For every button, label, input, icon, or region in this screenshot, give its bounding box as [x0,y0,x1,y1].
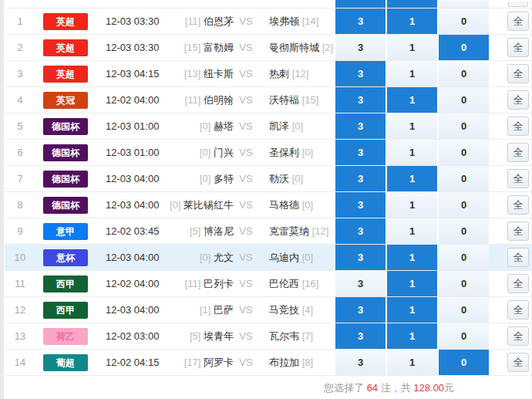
home-team: [11] 巴列卡 [169,277,234,291]
select-all-button[interactable]: 全 [507,300,529,320]
match-time: 12-03 04:00 [106,304,169,316]
pick-draw-button[interactable]: 1 [387,297,437,323]
pick-lose-button[interactable]: 0 [439,245,489,270]
pick-lose-button[interactable]: 0 [439,323,489,349]
pick-lose-button[interactable]: 0 [439,350,489,375]
away-team: 圣保利 [0] [258,146,335,160]
select-all-button[interactable]: 全 [507,274,529,293]
match-index: 1 [5,15,35,27]
pick-win-button[interactable]: 3 [335,140,386,165]
pick-lose-button[interactable]: 0 [439,35,489,60]
bet-count: 64 [367,382,378,394]
pick-win-button[interactable]: 3 [335,87,386,113]
select-all-button[interactable]: 全 [507,90,529,110]
pick-lose-button[interactable]: 0 [439,297,489,323]
pick-draw-button[interactable]: 1 [387,271,437,296]
pick-draw-button[interactable]: 1 [387,87,437,113]
pick-win-button[interactable]: 3 [335,245,386,270]
pick-draw-button[interactable]: 1 [387,166,437,191]
pick-lose-button[interactable]: 0 [439,87,489,113]
match-row: 13 荷乙 12-02 03:00 [5] 埃青年 VS 瓦尔韦 [7] 3 1… [5,323,531,350]
pick-lose-button[interactable]: 0 [439,113,489,139]
pick-draw-button[interactable]: 1 [387,113,437,139]
home-team: [17] 阿罗卡 [169,356,234,370]
home-rank: [11] [185,15,201,27]
match-row: 4 英冠 12-02 04:00 [11] 伯明翰 VS 沃特福 [15] 3 … [5,87,531,113]
select-all-button[interactable]: 全 [507,64,529,83]
pick-draw-button[interactable]: 1 [387,35,437,60]
away-rank: [16] [302,278,319,289]
home-team: [5] 博洛尼 [169,225,234,238]
away-team: 沃特福 [15] [258,93,335,107]
pick-draw-button[interactable]: 1 [387,218,437,244]
bet-summary-bar: 您选择了 64 注，共 128.00元 [5,376,531,398]
match-row: 9 意甲 12-02 03:45 [5] 博洛尼 VS 克雷莫纳 [12] 3 … [5,218,531,245]
league-badge: 德国杯 [43,171,88,188]
select-all-button[interactable]: 全 [507,353,529,372]
pick-draw-button[interactable]: 1 [387,350,437,375]
pick-win-button[interactable]: 3 [335,113,386,139]
pick-win-button[interactable]: 3 [335,271,386,296]
home-name: 赫塔 [214,120,234,132]
pick-draw-button[interactable]: 1 [387,140,437,165]
league-badge: 英超 [43,66,88,83]
pick-lose-button[interactable]: 0 [439,218,489,244]
pick-win-button[interactable]: 3 [335,192,386,218]
pick-lose-button[interactable]: 0 [439,61,489,86]
match-rows-container: 1 英超 12-03 03:30 [11] 伯恩茅 VS 埃弗顿 [14] 3 … [5,8,531,376]
match-index: 2 [5,42,35,53]
pick-draw-button[interactable]: 1 [387,323,437,349]
betting-selection-panel: 1 英超 12-03 03:30 [11] 伯恩茅 VS 埃弗顿 [14] 3 … [0,0,532,399]
pick-win-button[interactable]: 3 [335,8,386,34]
pick-draw-button[interactable]: 1 [387,8,437,34]
league-badge: 英冠 [43,92,88,109]
select-all-button[interactable]: 全 [507,117,529,136]
select-all-button[interactable]: 全 [507,326,529,346]
select-all-button[interactable]: 全 [507,12,529,31]
summary-mid: 注，共 [378,382,413,394]
away-rank: [12] [292,68,309,79]
home-team: [13] 纽卡斯 [169,67,234,81]
pick-lose-button[interactable]: 0 [439,8,489,34]
pick-win-button[interactable]: 3 [335,35,386,60]
pick-lose-button[interactable]: 0 [439,192,489,218]
left-scrollbar-track[interactable] [0,0,4,399]
vs-label: VS [234,357,258,368]
pick-win-button[interactable]: 3 [335,297,386,323]
pick-lose-button[interactable]: 0 [439,271,489,296]
pick-win-button[interactable]: 3 [335,218,386,244]
pick-win-button[interactable]: 3 [335,323,386,349]
away-name: 乌迪内 [269,252,299,263]
pick-lose-button[interactable]: 0 [439,140,489,165]
match-time: 12-03 04:00 [106,252,169,263]
select-all-button[interactable]: 全 [507,221,529,241]
select-all-button[interactable]: 全 [507,38,529,57]
vs-label: VS [234,42,258,53]
match-time: 12-03 04:00 [106,199,169,211]
home-name: 巴列卡 [204,278,234,289]
pick-win-button[interactable]: 3 [335,166,386,191]
vs-label: VS [234,147,258,158]
league-badge: 西甲 [43,302,88,319]
match-index: 13 [5,330,35,342]
home-name: 埃青年 [204,330,234,342]
bet-summary-text: 您选择了 64 注，共 128.00元 [324,381,454,395]
home-rank: [0] [200,173,210,184]
pick-win-button[interactable]: 3 [335,350,386,375]
pick-draw-button[interactable]: 1 [387,192,437,218]
league-badge: 英超 [43,39,88,56]
select-all-button[interactable]: 全 [507,195,529,215]
select-all-button[interactable]: 全 [507,169,529,188]
away-team: 热刺 [12] [258,67,335,81]
pick-lose-button[interactable]: 0 [439,166,489,191]
pick-win-button[interactable]: 3 [335,61,386,86]
pick-draw-button[interactable]: 1 [387,245,437,270]
match-index: 12 [5,304,35,316]
away-team: 克雷莫纳 [12] [258,225,335,238]
match-row: 14 葡超 12-02 04:15 [17] 阿罗卡 VS 布拉加 [8] 3 … [5,350,531,376]
match-time: 12-02 04:00 [106,278,169,289]
select-all-button[interactable]: 全 [507,143,529,162]
pick-draw-button[interactable]: 1 [387,61,437,86]
select-all-button[interactable]: 全 [507,248,529,267]
away-rank: [0] [292,120,303,132]
